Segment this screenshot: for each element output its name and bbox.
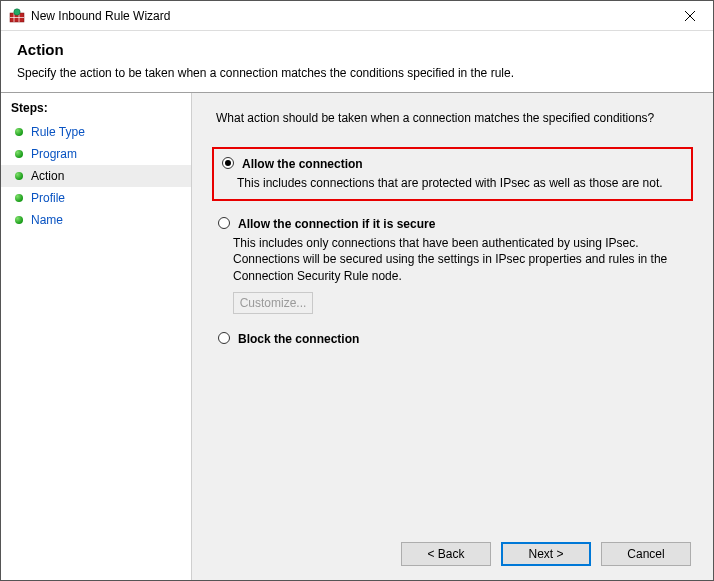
sidebar-item-rule-type[interactable]: Rule Type (1, 121, 191, 143)
steps-sidebar: Steps: Rule Type Program Action Profile … (1, 93, 191, 580)
close-icon (685, 11, 695, 21)
window-title: New Inbound Rule Wizard (31, 9, 170, 23)
option-title: Allow the connection if it is secure (238, 217, 435, 231)
steps-heading: Steps: (1, 97, 191, 121)
sidebar-item-name[interactable]: Name (1, 209, 191, 231)
main-panel: What action should be taken when a conne… (191, 93, 713, 580)
page-title: Action (17, 41, 697, 58)
radio-allow[interactable] (222, 157, 234, 169)
option-allow-secure-group: Allow the connection if it is secure Thi… (212, 215, 693, 314)
sidebar-item-action[interactable]: Action (1, 165, 191, 187)
option-block-group: Block the connection (212, 330, 693, 348)
option-title: Block the connection (238, 332, 359, 346)
option-allow-connection[interactable]: Allow the connection (216, 155, 685, 173)
option-allow-secure[interactable]: Allow the connection if it is secure (212, 215, 693, 233)
option-allow-highlight: Allow the connection This includes conne… (212, 147, 693, 201)
titlebar: New Inbound Rule Wizard (1, 1, 713, 31)
sidebar-item-label: Program (31, 147, 77, 161)
bullet-icon (15, 172, 23, 180)
cancel-button[interactable]: Cancel (601, 542, 691, 566)
page-subtitle: Specify the action to be taken when a co… (17, 66, 697, 80)
bullet-icon (15, 128, 23, 136)
customize-button: Customize... (233, 292, 313, 314)
option-block-connection[interactable]: Block the connection (212, 330, 693, 348)
header-region: Action Specify the action to be taken wh… (1, 31, 713, 92)
back-button[interactable]: < Back (401, 542, 491, 566)
wizard-window: New Inbound Rule Wizard Action Specify t… (0, 0, 714, 581)
sidebar-item-label: Name (31, 213, 63, 227)
button-row: < Back Next > Cancel (212, 534, 693, 570)
bullet-icon (15, 194, 23, 202)
option-title: Allow the connection (242, 157, 363, 171)
bullet-icon (15, 150, 23, 158)
close-button[interactable] (667, 1, 713, 31)
sidebar-item-profile[interactable]: Profile (1, 187, 191, 209)
firewall-icon (9, 8, 25, 24)
next-button[interactable]: Next > (501, 542, 591, 566)
radio-allow-secure[interactable] (218, 217, 230, 229)
radio-block[interactable] (218, 332, 230, 344)
sidebar-item-label: Action (31, 169, 64, 183)
sidebar-item-label: Profile (31, 191, 65, 205)
svg-point-4 (14, 8, 20, 14)
bullet-icon (15, 216, 23, 224)
option-desc: This includes connections that are prote… (237, 173, 685, 191)
sidebar-item-program[interactable]: Program (1, 143, 191, 165)
sidebar-item-label: Rule Type (31, 125, 85, 139)
question-text: What action should be taken when a conne… (212, 111, 693, 125)
option-desc: This includes only connections that have… (233, 233, 693, 284)
body-region: Steps: Rule Type Program Action Profile … (1, 92, 713, 580)
